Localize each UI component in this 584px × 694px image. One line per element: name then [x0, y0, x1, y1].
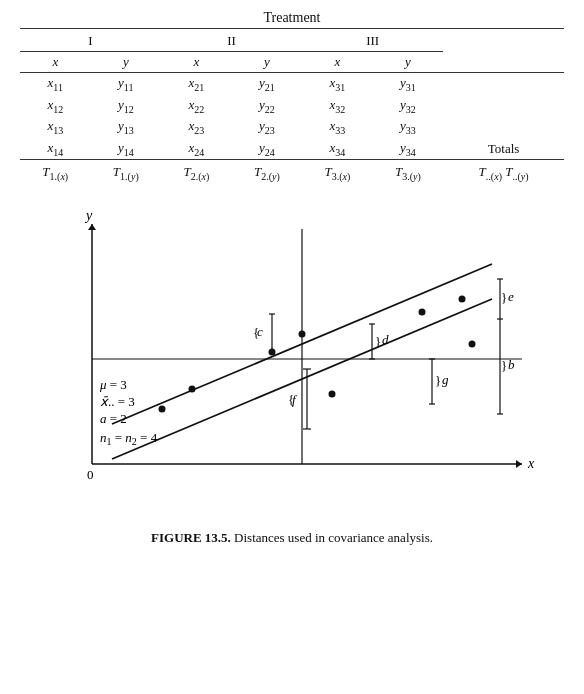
- figure-number: FIGURE 13.5.: [151, 530, 231, 545]
- totals-label: Totals: [443, 138, 564, 160]
- totals-row: T1.(x) T1.(y) T2.(x) T2.(y) T3.(x) T3.(y…: [20, 160, 564, 184]
- col-y2: y: [232, 52, 303, 73]
- table-row: x14 y14 x24 y24 x34 y34 Totals: [20, 138, 564, 160]
- col-header-row: x y x y x y: [20, 52, 564, 73]
- group-III: III: [302, 31, 443, 52]
- group-header-row: I II III: [20, 31, 564, 52]
- treatment-header: Treatment: [20, 10, 564, 29]
- col-x2: x: [161, 52, 232, 73]
- col-empty: [443, 52, 564, 73]
- label-d-brace: }: [375, 334, 381, 349]
- cell: y21: [232, 73, 303, 95]
- cell: y24: [232, 138, 303, 160]
- cell: x31: [302, 73, 373, 95]
- label-e-brace: }: [501, 290, 507, 305]
- cell: y22: [232, 95, 303, 117]
- label-b-brace: }: [501, 358, 507, 373]
- cell: x34: [302, 138, 373, 160]
- label-e: e: [508, 289, 514, 304]
- cell: x24: [161, 138, 232, 160]
- table-row: x12 y12 x22 y22 x32 y32: [20, 95, 564, 117]
- group-I: I: [20, 31, 161, 52]
- cell-empty: [443, 116, 564, 138]
- cell: y31: [373, 73, 444, 95]
- svg-point-9: [189, 385, 196, 392]
- cell: x23: [161, 116, 232, 138]
- cell: x32: [302, 95, 373, 117]
- cell: y12: [91, 95, 162, 117]
- cell: y13: [91, 116, 162, 138]
- x-axis-label: x: [527, 456, 535, 471]
- col-y3: y: [373, 52, 444, 73]
- cell: y23: [232, 116, 303, 138]
- cell: x22: [161, 95, 232, 117]
- group-II: II: [161, 31, 302, 52]
- figure-container: x y 0 c { d }: [20, 204, 564, 546]
- group-empty: [443, 31, 564, 52]
- label-b: b: [508, 357, 515, 372]
- label-g-brace: }: [435, 373, 441, 388]
- cell: x33: [302, 116, 373, 138]
- total-cell: T1.(y): [91, 160, 162, 184]
- cell-empty: [443, 95, 564, 117]
- cell: x11: [20, 73, 91, 95]
- col-x3: x: [302, 52, 373, 73]
- label-d: d: [382, 332, 389, 347]
- cell: y11: [91, 73, 162, 95]
- cell: y32: [373, 95, 444, 117]
- y-axis-label: y: [84, 208, 93, 223]
- total-cell: T2.(y): [232, 160, 303, 184]
- svg-point-15: [469, 340, 476, 347]
- svg-marker-3: [88, 224, 96, 230]
- svg-point-13: [419, 308, 426, 315]
- cell: y34: [373, 138, 444, 160]
- svg-point-11: [299, 330, 306, 337]
- svg-point-12: [329, 390, 336, 397]
- total-cell: T3.(y): [373, 160, 444, 184]
- table-row: x13 y13 x23 y23 x33 y33: [20, 116, 564, 138]
- total-cell: T3.(x): [302, 160, 373, 184]
- table-row: x11 y11 x21 y21 x31 y31: [20, 73, 564, 95]
- cell: x12: [20, 95, 91, 117]
- cell-empty: [443, 73, 564, 95]
- legend-mu: μ = 3: [99, 377, 127, 392]
- grand-total-cell: T..(x) T..(y): [443, 160, 564, 184]
- label-c-brace: {: [253, 325, 259, 340]
- legend-n: n1 = n2 = 4: [100, 430, 158, 447]
- label-g: g: [442, 372, 449, 387]
- legend-a: a = 2: [100, 411, 127, 426]
- figure-caption-text: Distances used in covariance analysis.: [234, 530, 433, 545]
- svg-marker-1: [516, 460, 522, 468]
- svg-point-14: [459, 295, 466, 302]
- col-x1: x: [20, 52, 91, 73]
- cell: x21: [161, 73, 232, 95]
- legend-xbar: x̄.. = 3: [100, 394, 135, 409]
- cell: x14: [20, 138, 91, 160]
- figure-caption: FIGURE 13.5. Distances used in covarianc…: [151, 530, 433, 546]
- cell: y14: [91, 138, 162, 160]
- label-f-brace: {: [288, 392, 294, 407]
- total-cell: T1.(x): [20, 160, 91, 184]
- col-y1: y: [91, 52, 162, 73]
- origin-label: 0: [87, 467, 94, 482]
- data-table: Treatment I II III x y x y x y x11: [20, 10, 564, 184]
- cell: x13: [20, 116, 91, 138]
- figure-svg: x y 0 c { d }: [32, 204, 552, 524]
- cell: y33: [373, 116, 444, 138]
- svg-point-8: [159, 405, 166, 412]
- total-cell: T2.(x): [161, 160, 232, 184]
